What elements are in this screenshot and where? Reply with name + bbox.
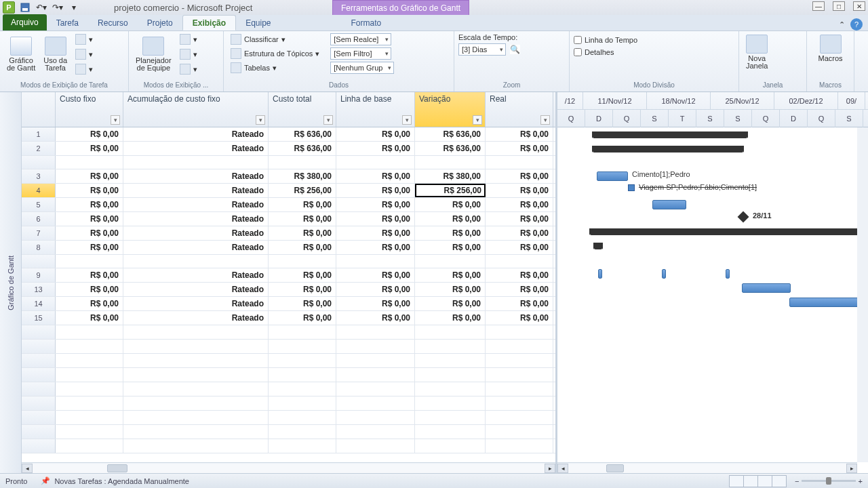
maximize-button[interactable]: □	[833, 1, 845, 11]
table-row[interactable]: 3R$ 0,00RateadoR$ 380,00R$ 0,00R$ 380,00…	[22, 169, 555, 184]
cell[interactable]: R$ 0,00	[269, 241, 336, 254]
minimize-ribbon-icon[interactable]: ⌃	[839, 20, 845, 29]
cell[interactable]: R$ 0,00	[486, 283, 553, 296]
cell[interactable]: R$ 256,00	[269, 184, 336, 197]
cell[interactable]: Rateado	[123, 127, 269, 141]
cell[interactable]: Rateado	[123, 169, 269, 183]
cell[interactable]: R$ 0,00	[336, 212, 415, 226]
table-row[interactable]: 1R$ 0,00RateadoR$ 636,00R$ 0,00R$ 636,00…	[22, 127, 555, 142]
row-number[interactable]: 3	[22, 169, 56, 183]
highlight-combo[interactable]: [Sem Realce]	[330, 33, 391, 45]
table-hscrollbar[interactable]: ◂▸	[22, 462, 555, 473]
cell[interactable]: R$ 0,00	[486, 311, 553, 325]
cell[interactable]: Rateado	[123, 283, 269, 296]
timescale-combo[interactable]: [3] Dias	[458, 43, 506, 56]
cell[interactable]: R$ 0,00	[486, 198, 553, 211]
col-real[interactable]: Real▾	[486, 92, 553, 127]
chevron-down-icon[interactable]: ▾	[323, 115, 333, 125]
row-number[interactable]: 2	[22, 142, 56, 155]
row-number[interactable]: 1	[22, 127, 56, 141]
close-button[interactable]: ✕	[853, 1, 865, 11]
row-number[interactable]: 4	[22, 184, 56, 197]
save-icon[interactable]	[19, 1, 31, 14]
cell[interactable]: Rateado	[123, 268, 269, 282]
chevron-down-icon[interactable]: ▾	[256, 115, 265, 125]
milestone-icon[interactable]	[738, 211, 749, 223]
filter-combo[interactable]: [Sem Filtro]	[330, 47, 391, 60]
view-shortcuts[interactable]	[730, 475, 787, 487]
summary-bar[interactable]	[593, 146, 743, 152]
tab-file[interactable]: Arquivo	[3, 14, 47, 30]
table-row[interactable]: 8R$ 0,00RateadoR$ 0,00R$ 0,00R$ 0,00R$ 0…	[22, 241, 555, 255]
cell[interactable]: R$ 0,00	[336, 283, 415, 296]
tab-recurso[interactable]: Recurso	[88, 15, 138, 30]
task-bar[interactable]	[597, 171, 628, 181]
cell[interactable]: R$ 0,00	[336, 241, 415, 254]
task-bar[interactable]	[598, 269, 602, 279]
gantt-chart-area[interactable]: Cimento[1];Pedro Viagem SP;Pedro;Fábio;C…	[557, 127, 868, 473]
table-row[interactable]: 13R$ 0,00RateadoR$ 0,00R$ 0,00R$ 0,00R$ …	[22, 283, 555, 297]
cell[interactable]: Rateado	[123, 142, 269, 155]
summary-bar[interactable]	[593, 131, 747, 138]
cell[interactable]: R$ 0,00	[336, 226, 415, 240]
cell[interactable]: R$ 0,00	[486, 169, 553, 183]
cell[interactable]: R$ 0,00	[336, 169, 415, 183]
row-number[interactable]: 14	[22, 297, 56, 310]
row-number[interactable]: 6	[22, 212, 56, 226]
col-acumulacao[interactable]: Acumulação de custo fixo▾	[123, 92, 269, 127]
cell[interactable]: R$ 0,00	[336, 184, 415, 197]
gantt-chart-button[interactable]: Gráfico de Gantt	[4, 35, 38, 73]
cell[interactable]: Rateado	[123, 198, 269, 211]
sort-button[interactable]: Classificar ▾	[228, 33, 322, 45]
cell[interactable]: R$ 0,00	[336, 268, 415, 282]
col-custo-total[interactable]: Custo total▾	[269, 92, 336, 127]
small-res-3[interactable]: ▾	[177, 63, 200, 75]
details-checkbox[interactable]: Detalhes	[574, 48, 734, 56]
undo-icon[interactable]: ↶▾	[35, 1, 47, 14]
cell[interactable]: R$ 0,00	[56, 127, 123, 141]
timeline-checkbox[interactable]: Linha do Tempo	[574, 36, 734, 44]
cell[interactable]: R$ 0,00	[56, 268, 123, 282]
cell[interactable]: R$ 0,00	[486, 212, 553, 226]
cell[interactable]: R$ 0,00	[56, 142, 123, 155]
col-linha-base[interactable]: Linha de base▾	[336, 92, 415, 127]
task-bar[interactable]	[652, 200, 686, 209]
cell[interactable]: R$ 380,00	[415, 169, 486, 183]
cell[interactable]: Rateado	[123, 311, 269, 325]
task-bar[interactable]	[789, 298, 868, 307]
row-number[interactable]: 9	[22, 268, 56, 282]
row-number[interactable]: 13	[22, 283, 56, 296]
cell[interactable]: R$ 0,00	[415, 241, 486, 254]
table-row[interactable]: 7R$ 0,00RateadoR$ 0,00R$ 0,00R$ 0,00R$ 0…	[22, 226, 555, 241]
cell[interactable]: R$ 0,00	[56, 198, 123, 211]
table-row[interactable]: 9R$ 0,00RateadoR$ 0,00R$ 0,00R$ 0,00R$ 0…	[22, 268, 555, 283]
team-planner-button[interactable]: Planejador de Equipe	[133, 35, 174, 73]
cell[interactable]: R$ 0,00	[269, 198, 336, 211]
cell[interactable]: R$ 636,00	[269, 142, 336, 155]
qat-customize-icon[interactable]: ▾	[68, 1, 80, 14]
cell[interactable]: R$ 0,00	[269, 283, 336, 296]
cell[interactable]: R$ 0,00	[486, 241, 553, 254]
cell[interactable]: Rateado	[123, 184, 269, 197]
cell[interactable]: R$ 0,00	[269, 297, 336, 310]
tab-equipe[interactable]: Equipe	[236, 15, 280, 30]
col-variacao[interactable]: Variação▾	[415, 92, 486, 127]
cell[interactable]: R$ 0,00	[56, 212, 123, 226]
gantt-hscrollbar[interactable]: ◂▸	[557, 462, 857, 473]
cell[interactable]: R$ 0,00	[336, 311, 415, 325]
new-window-button[interactable]: Nova Janela	[743, 33, 770, 71]
task-bar[interactable]	[726, 269, 730, 279]
redo-icon[interactable]: ↷▾	[52, 1, 64, 14]
cell[interactable]: R$ 0,00	[415, 226, 486, 240]
cell[interactable]: R$ 0,00	[336, 198, 415, 211]
table-row[interactable]: 14R$ 0,00RateadoR$ 0,00R$ 0,00R$ 0,00R$ …	[22, 297, 555, 311]
cell[interactable]: R$ 0,00	[415, 311, 486, 325]
row-number[interactable]: 8	[22, 241, 56, 254]
task-usage-button[interactable]: Uso da Tarefa	[41, 35, 70, 73]
macros-button[interactable]: Macros	[811, 33, 850, 64]
summary-bar[interactable]	[594, 243, 602, 249]
cell[interactable]: Rateado	[123, 241, 269, 254]
zoom-icon[interactable]: 🔍	[510, 45, 520, 54]
cell[interactable]: R$ 0,00	[56, 226, 123, 240]
cell[interactable]: Rateado	[123, 226, 269, 240]
